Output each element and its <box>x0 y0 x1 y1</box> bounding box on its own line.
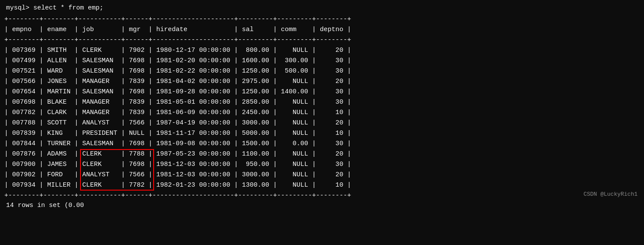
command-line: mysql> select * from emp; <box>4 4 644 12</box>
table-row: | 007698 | BLAKE | MANAGER | 7839 | 1981… <box>4 97 644 108</box>
separator-top: +--------+--------+-----------+------+--… <box>4 14 644 25</box>
table-row: | 007369 | SMITH | CLERK | 7902 | 1980-1… <box>4 45 644 56</box>
table-container: +--------+--------+-----------+------+--… <box>4 14 644 201</box>
table-row: | 007499 | ALLEN | SALESMAN | 7698 | 198… <box>4 56 644 66</box>
table-row: | 007876 | ADAMS | CLERK | 7788 | 1987-0… <box>4 149 644 159</box>
table-row: | 007782 | CLARK | MANAGER | 7839 | 1981… <box>4 108 644 118</box>
header-row: | empno | ename | job | mgr | hiredate |… <box>4 25 644 35</box>
table-row: | 007788 | SCOTT | ANALYST | 7566 | 1987… <box>4 118 644 128</box>
separator-bottom: +--------+--------+-----------+------+--… <box>4 191 644 201</box>
table-row: | 007844 | TURNER | SALESMAN | 7698 | 19… <box>4 139 644 149</box>
table-row: | 007654 | MARTIN | SALESMAN | 7698 | 19… <box>4 87 644 97</box>
table-row: | 007934 | MILLER | CLERK | 7782 | 1982-… <box>4 180 644 191</box>
table-row: | 007521 | WARD | SALESMAN | 7698 | 1981… <box>4 66 644 76</box>
rows-container: | 007369 | SMITH | CLERK | 7902 | 1980-1… <box>4 45 644 191</box>
footer-note: 14 rows in set (0.00 <box>4 202 644 209</box>
watermark: CSDN @LuckyRich1 <box>583 191 638 197</box>
table-row: | 007839 | KING | PRESIDENT | NULL | 198… <box>4 128 644 139</box>
table-row: | 007900 | JAMES | CLERK | 7698 | 1981-1… <box>4 159 644 170</box>
table-row: | 007566 | JONES | MANAGER | 7839 | 1981… <box>4 76 644 87</box>
table-row: | 007902 | FORD | ANALYST | 7566 | 1981-… <box>4 170 644 180</box>
separator-mid: +--------+--------+-----------+------+--… <box>4 35 644 45</box>
